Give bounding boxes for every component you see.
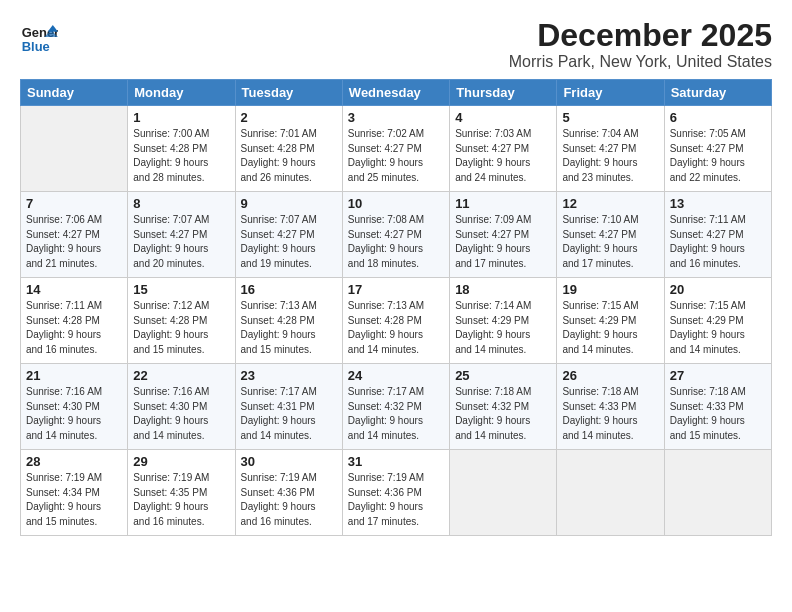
calendar-cell: 9Sunrise: 7:07 AM Sunset: 4:27 PM Daylig… (235, 192, 342, 278)
calendar-cell: 26Sunrise: 7:18 AM Sunset: 4:33 PM Dayli… (557, 364, 664, 450)
calendar-cell: 28Sunrise: 7:19 AM Sunset: 4:34 PM Dayli… (21, 450, 128, 536)
title-block: December 2025 Morris Park, New York, Uni… (509, 18, 772, 71)
calendar-cell: 21Sunrise: 7:16 AM Sunset: 4:30 PM Dayli… (21, 364, 128, 450)
calendar-cell: 7Sunrise: 7:06 AM Sunset: 4:27 PM Daylig… (21, 192, 128, 278)
day-number: 8 (133, 196, 229, 211)
day-number: 23 (241, 368, 337, 383)
calendar-cell: 13Sunrise: 7:11 AM Sunset: 4:27 PM Dayli… (664, 192, 771, 278)
day-number: 25 (455, 368, 551, 383)
day-number: 4 (455, 110, 551, 125)
day-info: Sunrise: 7:17 AM Sunset: 4:32 PM Dayligh… (348, 385, 444, 443)
day-number: 24 (348, 368, 444, 383)
calendar-day-header: Friday (557, 80, 664, 106)
day-number: 10 (348, 196, 444, 211)
day-number: 26 (562, 368, 658, 383)
calendar-table: SundayMondayTuesdayWednesdayThursdayFrid… (20, 79, 772, 536)
day-info: Sunrise: 7:19 AM Sunset: 4:34 PM Dayligh… (26, 471, 122, 529)
calendar-cell: 2Sunrise: 7:01 AM Sunset: 4:28 PM Daylig… (235, 106, 342, 192)
day-number: 18 (455, 282, 551, 297)
calendar-cell: 19Sunrise: 7:15 AM Sunset: 4:29 PM Dayli… (557, 278, 664, 364)
calendar-week-row: 1Sunrise: 7:00 AM Sunset: 4:28 PM Daylig… (21, 106, 772, 192)
calendar-cell: 11Sunrise: 7:09 AM Sunset: 4:27 PM Dayli… (450, 192, 557, 278)
day-number: 30 (241, 454, 337, 469)
calendar-week-row: 28Sunrise: 7:19 AM Sunset: 4:34 PM Dayli… (21, 450, 772, 536)
day-info: Sunrise: 7:13 AM Sunset: 4:28 PM Dayligh… (241, 299, 337, 357)
day-info: Sunrise: 7:16 AM Sunset: 4:30 PM Dayligh… (26, 385, 122, 443)
calendar-cell: 10Sunrise: 7:08 AM Sunset: 4:27 PM Dayli… (342, 192, 449, 278)
calendar-cell: 20Sunrise: 7:15 AM Sunset: 4:29 PM Dayli… (664, 278, 771, 364)
day-info: Sunrise: 7:15 AM Sunset: 4:29 PM Dayligh… (670, 299, 766, 357)
day-number: 29 (133, 454, 229, 469)
calendar-day-header: Sunday (21, 80, 128, 106)
day-info: Sunrise: 7:11 AM Sunset: 4:28 PM Dayligh… (26, 299, 122, 357)
day-number: 20 (670, 282, 766, 297)
calendar-cell: 14Sunrise: 7:11 AM Sunset: 4:28 PM Dayli… (21, 278, 128, 364)
day-number: 1 (133, 110, 229, 125)
day-info: Sunrise: 7:11 AM Sunset: 4:27 PM Dayligh… (670, 213, 766, 271)
day-info: Sunrise: 7:07 AM Sunset: 4:27 PM Dayligh… (133, 213, 229, 271)
calendar-cell (664, 450, 771, 536)
day-number: 11 (455, 196, 551, 211)
day-number: 13 (670, 196, 766, 211)
calendar-day-header: Monday (128, 80, 235, 106)
calendar-day-header: Thursday (450, 80, 557, 106)
calendar-week-row: 14Sunrise: 7:11 AM Sunset: 4:28 PM Dayli… (21, 278, 772, 364)
calendar-cell: 23Sunrise: 7:17 AM Sunset: 4:31 PM Dayli… (235, 364, 342, 450)
day-number: 6 (670, 110, 766, 125)
calendar-cell: 24Sunrise: 7:17 AM Sunset: 4:32 PM Dayli… (342, 364, 449, 450)
day-number: 12 (562, 196, 658, 211)
calendar-cell: 17Sunrise: 7:13 AM Sunset: 4:28 PM Dayli… (342, 278, 449, 364)
calendar-cell (21, 106, 128, 192)
logo-icon: General Blue (20, 18, 58, 56)
header: General Blue December 2025 Morris Park, … (20, 18, 772, 71)
day-info: Sunrise: 7:09 AM Sunset: 4:27 PM Dayligh… (455, 213, 551, 271)
calendar-week-row: 21Sunrise: 7:16 AM Sunset: 4:30 PM Dayli… (21, 364, 772, 450)
day-info: Sunrise: 7:18 AM Sunset: 4:32 PM Dayligh… (455, 385, 551, 443)
day-number: 7 (26, 196, 122, 211)
day-number: 3 (348, 110, 444, 125)
day-number: 31 (348, 454, 444, 469)
day-number: 9 (241, 196, 337, 211)
day-info: Sunrise: 7:19 AM Sunset: 4:35 PM Dayligh… (133, 471, 229, 529)
calendar-cell: 3Sunrise: 7:02 AM Sunset: 4:27 PM Daylig… (342, 106, 449, 192)
calendar-cell: 16Sunrise: 7:13 AM Sunset: 4:28 PM Dayli… (235, 278, 342, 364)
logo: General Blue (20, 18, 58, 56)
calendar-cell: 1Sunrise: 7:00 AM Sunset: 4:28 PM Daylig… (128, 106, 235, 192)
calendar-cell: 5Sunrise: 7:04 AM Sunset: 4:27 PM Daylig… (557, 106, 664, 192)
day-info: Sunrise: 7:10 AM Sunset: 4:27 PM Dayligh… (562, 213, 658, 271)
day-info: Sunrise: 7:08 AM Sunset: 4:27 PM Dayligh… (348, 213, 444, 271)
calendar-cell: 6Sunrise: 7:05 AM Sunset: 4:27 PM Daylig… (664, 106, 771, 192)
day-number: 28 (26, 454, 122, 469)
day-info: Sunrise: 7:02 AM Sunset: 4:27 PM Dayligh… (348, 127, 444, 185)
day-info: Sunrise: 7:00 AM Sunset: 4:28 PM Dayligh… (133, 127, 229, 185)
calendar-cell: 22Sunrise: 7:16 AM Sunset: 4:30 PM Dayli… (128, 364, 235, 450)
day-number: 16 (241, 282, 337, 297)
day-info: Sunrise: 7:04 AM Sunset: 4:27 PM Dayligh… (562, 127, 658, 185)
day-number: 17 (348, 282, 444, 297)
day-number: 19 (562, 282, 658, 297)
calendar-cell: 8Sunrise: 7:07 AM Sunset: 4:27 PM Daylig… (128, 192, 235, 278)
calendar-cell: 12Sunrise: 7:10 AM Sunset: 4:27 PM Dayli… (557, 192, 664, 278)
day-info: Sunrise: 7:03 AM Sunset: 4:27 PM Dayligh… (455, 127, 551, 185)
page-subtitle: Morris Park, New York, United States (509, 53, 772, 71)
day-info: Sunrise: 7:06 AM Sunset: 4:27 PM Dayligh… (26, 213, 122, 271)
calendar-day-header: Tuesday (235, 80, 342, 106)
calendar-day-header: Saturday (664, 80, 771, 106)
day-number: 2 (241, 110, 337, 125)
calendar-cell (557, 450, 664, 536)
day-info: Sunrise: 7:15 AM Sunset: 4:29 PM Dayligh… (562, 299, 658, 357)
day-info: Sunrise: 7:19 AM Sunset: 4:36 PM Dayligh… (348, 471, 444, 529)
day-info: Sunrise: 7:19 AM Sunset: 4:36 PM Dayligh… (241, 471, 337, 529)
day-info: Sunrise: 7:17 AM Sunset: 4:31 PM Dayligh… (241, 385, 337, 443)
page-title: December 2025 (509, 18, 772, 53)
calendar-cell (450, 450, 557, 536)
day-info: Sunrise: 7:07 AM Sunset: 4:27 PM Dayligh… (241, 213, 337, 271)
day-info: Sunrise: 7:12 AM Sunset: 4:28 PM Dayligh… (133, 299, 229, 357)
page: General Blue December 2025 Morris Park, … (0, 0, 792, 612)
day-number: 5 (562, 110, 658, 125)
day-info: Sunrise: 7:01 AM Sunset: 4:28 PM Dayligh… (241, 127, 337, 185)
calendar-cell: 31Sunrise: 7:19 AM Sunset: 4:36 PM Dayli… (342, 450, 449, 536)
day-info: Sunrise: 7:18 AM Sunset: 4:33 PM Dayligh… (670, 385, 766, 443)
calendar-cell: 30Sunrise: 7:19 AM Sunset: 4:36 PM Dayli… (235, 450, 342, 536)
day-number: 22 (133, 368, 229, 383)
